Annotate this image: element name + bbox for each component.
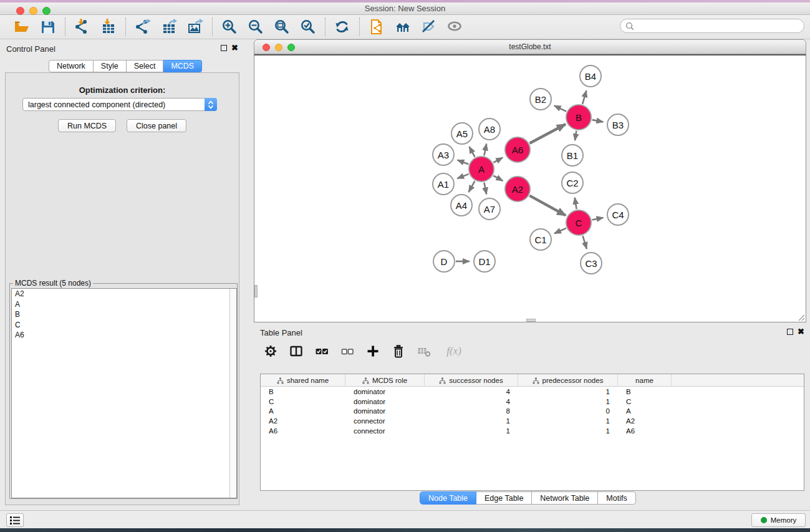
search-input[interactable] (637, 22, 799, 31)
graph-node-A4[interactable]: A4 (450, 194, 473, 216)
apply-preferred-layout-button[interactable] (332, 17, 353, 37)
hide-labels-button[interactable] (418, 17, 440, 37)
edge-A-A5[interactable] (470, 147, 475, 157)
graph-node-A6[interactable]: A6 (504, 137, 531, 163)
resize-grip-icon[interactable] (796, 312, 805, 321)
select-all-button[interactable] (314, 343, 330, 359)
edge-A6-B[interactable] (529, 124, 565, 143)
graph-node-C4[interactable]: C4 (607, 203, 629, 226)
table-row[interactable]: A6connector11A6 (261, 426, 804, 436)
mcds-result-item[interactable]: A (12, 299, 236, 310)
column-header-shared-name[interactable]: shared name (261, 374, 345, 387)
close-table-panel-icon[interactable]: ✖ (798, 329, 804, 335)
tab-mcds[interactable]: MCDS (163, 60, 202, 72)
graph-node-A1[interactable]: A1 (432, 173, 455, 195)
double-house-button[interactable] (392, 17, 413, 37)
zoom-in-button[interactable] (219, 17, 240, 37)
graph-node-B3[interactable]: B3 (607, 114, 629, 136)
close-panel-button[interactable]: Close panel (127, 119, 186, 132)
edge-A-A1[interactable] (457, 174, 468, 178)
memory-button[interactable]: Memory (751, 513, 806, 527)
table-row[interactable]: A2connector11A2 (261, 416, 804, 426)
network-canvas[interactable]: B4B2BB3A5A8A6A3B1AC2A1A2A4A7C4CC1C3DD1 (254, 54, 806, 322)
table-settings-button[interactable] (263, 343, 279, 359)
import-network-file-button[interactable] (72, 17, 93, 37)
edge-A-A6[interactable] (493, 158, 503, 163)
zoom-fit-content-button[interactable] (271, 17, 292, 37)
edge-B-B4[interactable] (582, 90, 586, 104)
edge-B-B2[interactable] (554, 105, 566, 111)
mcds-result-item[interactable]: A6 (12, 330, 236, 341)
close-panel-icon[interactable]: ✖ (231, 45, 238, 51)
graph-node-B2[interactable]: B2 (529, 88, 552, 110)
network-maximize-icon[interactable] (287, 44, 295, 51)
edge-A-A2[interactable] (493, 176, 503, 181)
run-mcds-button[interactable]: Run MCDS (58, 119, 116, 132)
graph-node-B1[interactable]: B1 (561, 144, 584, 167)
edge-B-B3[interactable] (592, 120, 604, 122)
search-box[interactable] (620, 19, 804, 33)
network-window-titlebar[interactable]: testGlobe.txt (254, 39, 806, 54)
save-session-button[interactable] (37, 17, 59, 37)
edge-A-A7[interactable] (484, 183, 486, 195)
file-network-button[interactable] (366, 17, 387, 37)
tab-motifs[interactable]: Motifs (598, 491, 635, 505)
export-network-button[interactable] (132, 17, 153, 37)
edge-C-C4[interactable] (592, 218, 604, 220)
edge-C-C2[interactable] (575, 198, 577, 210)
add-column-button[interactable] (365, 343, 381, 359)
tab-select[interactable]: Select (127, 60, 164, 72)
criterion-select[interactable]: largest connected component (directed) (22, 98, 217, 111)
mcds-result-item[interactable]: B (12, 309, 236, 320)
graph-node-C2[interactable]: C2 (561, 172, 584, 194)
minimize-window-icon[interactable] (29, 7, 37, 15)
edge-A-A4[interactable] (469, 181, 475, 192)
open-session-button[interactable] (11, 17, 32, 37)
edge-C-C3[interactable] (583, 236, 587, 249)
column-header-predecessor-nodes[interactable]: predecessor nodes (518, 374, 618, 387)
graph-node-A2[interactable]: A2 (504, 176, 531, 202)
tab-network[interactable]: Network (49, 60, 94, 72)
network-close-icon[interactable] (263, 44, 270, 51)
graph-node-A[interactable]: A (468, 156, 494, 182)
network-minimize-icon[interactable] (275, 44, 282, 51)
import-table-file-button[interactable] (98, 17, 119, 37)
function-builder-button[interactable]: f(x) (441, 343, 466, 359)
task-history-button[interactable] (6, 513, 24, 527)
edge-A-A3[interactable] (458, 160, 469, 165)
float-table-panel-icon[interactable] (787, 329, 793, 335)
graph-node-C3[interactable]: C3 (580, 252, 602, 274)
edge-B-B1[interactable] (575, 131, 577, 141)
maximize-window-icon[interactable] (42, 7, 51, 15)
column-header-MCDS-role[interactable]: MCDS role (345, 374, 425, 387)
graph-node-D[interactable]: D (433, 250, 455, 273)
zoom-out-button[interactable] (245, 17, 266, 37)
graph-node-B[interactable]: B (566, 104, 592, 130)
graph-node-D1[interactable]: D1 (473, 250, 496, 273)
vertical-scrollbar-thumb[interactable] (254, 285, 258, 297)
export-table-button[interactable] (158, 17, 180, 37)
mcds-result-item[interactable]: C (12, 320, 236, 331)
graph-node-A5[interactable]: A5 (451, 122, 473, 145)
close-window-icon[interactable] (16, 7, 24, 15)
float-panel-icon[interactable] (221, 45, 227, 51)
tab-network-table[interactable]: Network Table (532, 491, 598, 505)
table-row[interactable]: Cdominator41C (261, 397, 804, 407)
edge-A2-C[interactable] (529, 196, 566, 216)
list-scrollbar[interactable] (229, 289, 236, 498)
table-row[interactable]: Bdominator41B (261, 387, 804, 397)
column-header-successor-nodes[interactable]: successor nodes (425, 374, 518, 387)
delete-table-button[interactable] (416, 343, 432, 359)
graph-node-C1[interactable]: C1 (529, 228, 552, 251)
graph-node-A8[interactable]: A8 (478, 118, 501, 140)
zoom-selected-region-button[interactable] (297, 17, 319, 37)
table-row[interactable]: Adominator80A (261, 407, 804, 417)
export-image-button[interactable] (185, 17, 206, 37)
mcds-result-item[interactable]: A2 (12, 289, 236, 299)
edge-A-A8[interactable] (484, 144, 486, 156)
graph-node-A3[interactable]: A3 (432, 143, 455, 166)
edge-C-C1[interactable] (554, 228, 566, 233)
horizontal-scrollbar-thumb[interactable] (526, 319, 536, 322)
split-view-button[interactable] (288, 343, 304, 359)
column-header-name[interactable]: name (618, 374, 672, 387)
